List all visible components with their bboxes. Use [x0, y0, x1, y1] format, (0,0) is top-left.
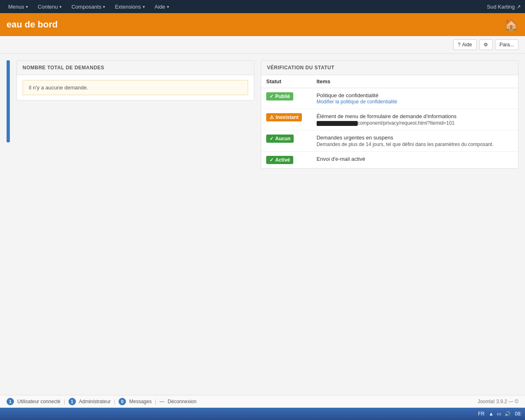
item-sub-text: Demandes de plus de 14 jours, tel que dé…	[317, 142, 513, 147]
top-navigation: Menus ▾ Contenu ▾ Composants ▾ Extension…	[0, 0, 525, 13]
nav-menus[interactable]: Menus ▾	[4, 1, 32, 12]
top-nav-left: Menus ▾ Contenu ▾ Composants ▾ Extension…	[4, 1, 173, 12]
help-button[interactable]: ? Aide	[453, 39, 477, 50]
status-badge-cell: ✓ Activé	[261, 152, 312, 169]
item-url: component/privacy/request.html?Itemid=10…	[317, 120, 513, 126]
home-icon: 🏠	[504, 18, 518, 32]
composants-arrow-icon: ▾	[103, 5, 105, 9]
nav-composants[interactable]: Composants ▾	[67, 1, 109, 12]
demandes-panel-body: Il n'y a aucune demande.	[17, 75, 254, 100]
aide-arrow-icon: ▾	[167, 5, 169, 9]
statut-panel-header: VÉRIFICATION DU STATUT	[261, 61, 518, 75]
badge-icon: ✓	[269, 94, 274, 99]
item-link[interactable]: Modifier la politique de confidentialité	[317, 99, 397, 105]
table-row: ✓ ActivéEnvoi d'e-mail activé	[261, 152, 518, 169]
main-content: NOMBRE TOTAL DE DEMANDES Il n'y a aucune…	[0, 54, 525, 175]
settings-icon: ⚙	[484, 42, 488, 48]
status-table: Statut Items ✓ PubliéPolitique de confid…	[261, 75, 518, 168]
table-row: ✓ PubliéPolitique de confidentialitéModi…	[261, 88, 518, 109]
badge-icon: ✓	[269, 136, 274, 142]
right-panel: VÉRIFICATION DU STATUT Statut Items ✓ Pu…	[261, 60, 518, 169]
nav-contenu[interactable]: Contenu ▾	[34, 1, 66, 12]
left-panel: NOMBRE TOTAL DE DEMANDES Il n'y a aucune…	[16, 60, 254, 100]
params-button[interactable]: Para...	[495, 39, 518, 50]
nav-aide[interactable]: Aide ▾	[151, 1, 173, 12]
status-item-cell: Élément de menu de formulaire de demande…	[312, 109, 518, 130]
item-title: Élément de menu de formulaire de demande…	[317, 113, 513, 119]
status-badge: ✓ Aucun	[266, 135, 294, 143]
header-bar: eau de bord 🏠	[0, 13, 525, 36]
help-icon: ?	[458, 42, 461, 48]
top-nav-right: Sud Karting ↗	[487, 4, 521, 10]
col-items: Items	[312, 75, 518, 88]
extensions-arrow-icon: ▾	[143, 5, 145, 9]
status-item-cell: Envoi d'e-mail activé	[312, 152, 518, 169]
table-row: ✓ AucunDemandes urgentes en suspensDeman…	[261, 130, 518, 152]
status-badge-cell: ✓ Aucun	[261, 130, 312, 152]
contenu-arrow-icon: ▾	[59, 5, 62, 9]
external-link-icon: ↗	[516, 4, 521, 10]
sidebar-strip	[7, 60, 10, 142]
menus-arrow-icon: ▾	[26, 5, 28, 9]
settings-button[interactable]: ⚙	[479, 39, 493, 50]
no-demand-message: Il n'y a aucune demande.	[23, 80, 248, 95]
status-badge-cell: ⚠ Inexistant	[261, 109, 312, 130]
redacted-block	[317, 121, 358, 126]
nav-extensions[interactable]: Extensions ▾	[111, 1, 149, 12]
statut-panel: VÉRIFICATION DU STATUT Statut Items ✓ Pu…	[261, 60, 518, 169]
status-badge: ✓ Publié	[266, 92, 293, 100]
status-item-cell: Politique de confidentialitéModifier la …	[312, 88, 518, 109]
demandes-panel-header: NOMBRE TOTAL DE DEMANDES	[17, 61, 254, 75]
status-badge: ✓ Activé	[266, 156, 293, 164]
table-row: ⚠ InexistantÉlément de menu de formulair…	[261, 109, 518, 130]
badge-icon: ⚠	[269, 114, 274, 120]
toolbar: ? Aide ⚙ Para...	[0, 36, 525, 54]
item-title: Demandes urgentes en suspens	[317, 135, 513, 141]
col-statut: Statut	[261, 75, 312, 88]
badge-icon: ✓	[269, 157, 274, 163]
item-title: Politique de confidentialité	[317, 92, 513, 98]
item-title: Envoi d'e-mail activé	[317, 156, 513, 162]
status-badge: ⚠ Inexistant	[266, 113, 302, 121]
page-title: eau de bord	[7, 19, 58, 30]
demandes-panel: NOMBRE TOTAL DE DEMANDES Il n'y a aucune…	[16, 60, 254, 100]
status-item-cell: Demandes urgentes en suspensDemandes de …	[312, 130, 518, 152]
status-badge-cell: ✓ Publié	[261, 88, 312, 109]
